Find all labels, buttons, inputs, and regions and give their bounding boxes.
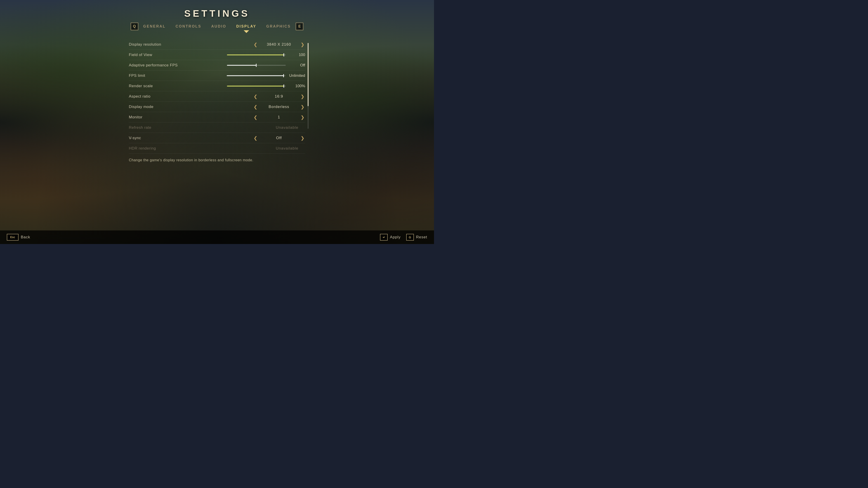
setting-label-hdr: HDR rendering <box>129 146 188 151</box>
setting-row-refresh-rate: Refresh rate Unavailable <box>129 123 305 133</box>
aspect-ratio-value: 16:9 <box>261 94 297 99</box>
setting-row-fps-limit: FPS limit Unlimited <box>129 70 305 81</box>
setting-control-refresh-rate: Unavailable <box>188 125 305 130</box>
monitor-next[interactable]: ❯ <box>300 115 305 120</box>
setting-row-adaptive-fps: Adaptive performance FPS Off <box>129 60 305 70</box>
reset-key-badge: G <box>406 234 414 240</box>
setting-label-aspect-ratio: Aspect ratio <box>129 94 188 99</box>
vsync-value: Off <box>261 136 297 140</box>
render-scale-slider-fill <box>227 86 284 87</box>
setting-row-display-resolution: Display resolution ❮ 3840 X 2160 ❯ <box>129 39 305 50</box>
setting-label-vsync: V-sync <box>129 136 188 140</box>
setting-label-fps-limit: FPS limit <box>129 73 188 78</box>
setting-control-aspect-ratio: ❮ 16:9 ❯ <box>188 94 305 99</box>
render-scale-slider-track[interactable] <box>227 86 286 87</box>
back-label: Back <box>21 235 30 239</box>
setting-control-render-scale: 100% <box>188 84 305 88</box>
tab-graphics[interactable]: GRAPHICS <box>261 23 296 30</box>
back-button[interactable]: Esc Back <box>7 234 30 240</box>
vsync-next[interactable]: ❯ <box>300 136 305 140</box>
apply-label: Apply <box>390 235 401 239</box>
fps-limit-slider-fill <box>227 75 284 76</box>
bottom-right-buttons: ↵ Apply G Reset <box>380 234 427 240</box>
setting-row-vsync: V-sync ❮ Off ❯ <box>129 133 305 143</box>
apply-key-badge: ↵ <box>380 234 388 240</box>
hdr-value: Unavailable <box>269 146 305 151</box>
fov-slider-fill <box>227 55 284 55</box>
aspect-ratio-next[interactable]: ❯ <box>300 94 305 99</box>
setting-control-display-resolution: ❮ 3840 X 2160 ❯ <box>188 42 305 47</box>
adaptive-fps-slider-fill <box>227 65 256 66</box>
apply-button[interactable]: ↵ Apply <box>380 234 401 240</box>
refresh-rate-value: Unavailable <box>269 125 305 130</box>
back-key-badge: Esc <box>7 234 19 240</box>
setting-row-fov: Field of View 100 <box>129 50 305 60</box>
setting-control-vsync: ❮ Off ❯ <box>188 136 305 140</box>
adaptive-fps-value: Off <box>289 63 305 68</box>
display-resolution-next[interactable]: ❯ <box>300 42 305 47</box>
tab-next-button[interactable]: E <box>296 23 303 30</box>
display-resolution-value: 3840 X 2160 <box>261 42 297 47</box>
settings-panel: Display resolution ❮ 3840 X 2160 ❯ Field… <box>129 39 305 154</box>
display-mode-prev[interactable]: ❮ <box>253 105 258 109</box>
reset-button[interactable]: G Reset <box>406 234 427 240</box>
description-text: Change the game's display resolution in … <box>129 158 305 162</box>
setting-control-monitor: ❮ 1 ❯ <box>188 115 305 120</box>
setting-row-hdr: HDR rendering Unavailable <box>129 143 305 154</box>
tab-display[interactable]: DISPLAY <box>231 23 261 30</box>
bottom-bar: Esc Back ↵ Apply G Reset <box>0 230 434 244</box>
setting-row-display-mode: Display mode ❮ Borderless ❯ <box>129 102 305 112</box>
setting-label-display-resolution: Display resolution <box>129 42 188 47</box>
tab-general[interactable]: GENERAL <box>138 23 170 30</box>
scrollbar[interactable] <box>308 43 309 129</box>
reset-label: Reset <box>416 235 427 239</box>
aspect-ratio-prev[interactable]: ❮ <box>253 94 258 99</box>
fov-slider-track[interactable] <box>227 55 286 55</box>
setting-label-render-scale: Render scale <box>129 84 188 88</box>
setting-label-monitor: Monitor <box>129 115 188 120</box>
setting-label-display-mode: Display mode <box>129 105 188 109</box>
setting-control-fps-limit: Unlimited <box>188 73 305 78</box>
setting-control-adaptive-fps: Off <box>188 63 305 68</box>
display-mode-value: Borderless <box>261 105 297 109</box>
tab-bar: Q GENERAL CONTROLS AUDIO DISPLAY GRAPHIC… <box>131 23 304 30</box>
monitor-value: 1 <box>261 115 297 120</box>
setting-control-hdr: Unavailable <box>188 146 305 151</box>
setting-control-display-mode: ❮ Borderless ❯ <box>188 105 305 109</box>
fps-limit-slider-track[interactable] <box>227 75 285 76</box>
setting-control-fov: 100 <box>188 53 305 57</box>
display-resolution-prev[interactable]: ❮ <box>253 42 258 47</box>
setting-label-adaptive-fps: Adaptive performance FPS <box>129 63 188 68</box>
setting-label-refresh-rate: Refresh rate <box>129 125 188 130</box>
display-mode-next[interactable]: ❯ <box>300 105 305 109</box>
render-scale-value: 100% <box>289 84 305 88</box>
setting-label-fov: Field of View <box>129 53 188 57</box>
monitor-prev[interactable]: ❮ <box>253 115 258 120</box>
tab-prev-button[interactable]: Q <box>131 23 138 30</box>
fps-limit-value: Unlimited <box>289 73 305 78</box>
adaptive-fps-slider-track[interactable] <box>227 65 286 66</box>
tab-controls[interactable]: CONTROLS <box>170 23 206 30</box>
setting-row-render-scale: Render scale 100% <box>129 81 305 91</box>
fov-value: 100 <box>289 53 305 57</box>
tab-audio[interactable]: AUDIO <box>206 23 231 30</box>
page-title: SETTINGS <box>184 8 250 19</box>
scrollbar-thumb <box>308 43 309 106</box>
setting-row-aspect-ratio: Aspect ratio ❮ 16:9 ❯ <box>129 91 305 102</box>
vsync-prev[interactable]: ❮ <box>253 136 258 140</box>
setting-row-monitor: Monitor ❮ 1 ❯ <box>129 112 305 123</box>
